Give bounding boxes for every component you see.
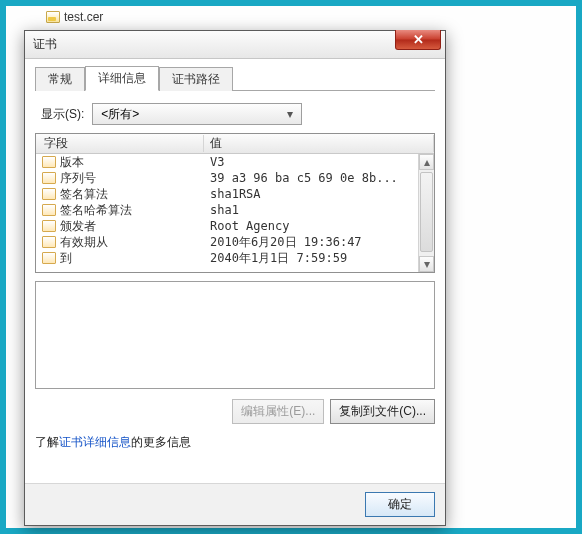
row-field: 序列号 bbox=[60, 170, 204, 187]
titlebar[interactable]: 证书 ✕ bbox=[25, 31, 445, 59]
row-field: 签名哈希算法 bbox=[60, 202, 204, 219]
table-row[interactable]: 序列号 39 a3 96 ba c5 69 0e 8b... bbox=[36, 170, 434, 186]
learnmore-link[interactable]: 证书详细信息 bbox=[59, 435, 131, 449]
row-field: 版本 bbox=[60, 154, 204, 171]
copy-to-file-button[interactable]: 复制到文件(C)... bbox=[330, 399, 435, 424]
learn-more-line: 了解证书详细信息的更多信息 bbox=[35, 434, 435, 451]
show-row: 显示(S): <所有> ▾ bbox=[41, 103, 435, 125]
row-value: 2040年1月1日 7:59:59 bbox=[204, 250, 434, 267]
row-field: 签名算法 bbox=[60, 186, 204, 203]
row-value: 39 a3 96 ba c5 69 0e 8b... bbox=[204, 171, 434, 185]
col-header-value[interactable]: 值 bbox=[204, 135, 434, 152]
scroll-down-button[interactable]: ▾ bbox=[419, 256, 434, 272]
show-label: 显示(S): bbox=[41, 106, 84, 123]
tab-details[interactable]: 详细信息 bbox=[85, 66, 159, 91]
chevron-up-icon: ▴ bbox=[424, 155, 430, 169]
show-select[interactable]: <所有> ▾ bbox=[92, 103, 302, 125]
dialog-body: 常规 详细信息 证书路径 显示(S): <所有> ▾ 字段 值 bbox=[25, 59, 445, 483]
property-icon bbox=[42, 220, 56, 232]
learnmore-prefix: 了解 bbox=[35, 435, 59, 449]
property-icon bbox=[42, 204, 56, 216]
fields-list: 字段 值 版本 V3 序列号 39 a3 96 ba c5 69 0e 8b..… bbox=[35, 133, 435, 273]
chevron-down-icon: ▾ bbox=[424, 257, 430, 271]
table-row[interactable]: 签名算法 sha1RSA bbox=[36, 186, 434, 202]
row-value: sha1 bbox=[204, 203, 434, 217]
close-button[interactable]: ✕ bbox=[395, 30, 441, 50]
ok-button[interactable]: 确定 bbox=[365, 492, 435, 517]
dialog-title: 证书 bbox=[33, 36, 57, 53]
list-header: 字段 值 bbox=[36, 134, 434, 154]
property-icon bbox=[42, 172, 56, 184]
close-icon: ✕ bbox=[413, 32, 424, 47]
show-select-value: <所有> bbox=[101, 106, 139, 123]
tab-general[interactable]: 常规 bbox=[35, 67, 85, 91]
table-row[interactable]: 颁发者 Root Agency bbox=[36, 218, 434, 234]
desktop-file-name: test.cer bbox=[64, 10, 103, 24]
list-body: 版本 V3 序列号 39 a3 96 ba c5 69 0e 8b... 签名算… bbox=[36, 154, 434, 272]
certificate-file-icon bbox=[46, 11, 60, 23]
table-row[interactable]: 版本 V3 bbox=[36, 154, 434, 170]
row-field: 有效期从 bbox=[60, 234, 204, 251]
table-row[interactable]: 有效期从 2010年6月20日 19:36:47 bbox=[36, 234, 434, 250]
table-row[interactable]: 到 2040年1月1日 7:59:59 bbox=[36, 250, 434, 266]
row-field: 到 bbox=[60, 250, 204, 267]
tab-certpath[interactable]: 证书路径 bbox=[159, 67, 233, 91]
certificate-dialog: 证书 ✕ 常规 详细信息 证书路径 显示(S): <所有> ▾ 字段 bbox=[24, 30, 446, 526]
detail-textbox[interactable] bbox=[35, 281, 435, 389]
row-value: V3 bbox=[204, 155, 434, 169]
table-row[interactable]: 签名哈希算法 sha1 bbox=[36, 202, 434, 218]
scroll-thumb[interactable] bbox=[420, 172, 433, 252]
scrollbar[interactable]: ▴ ▾ bbox=[418, 154, 434, 272]
col-header-field[interactable]: 字段 bbox=[36, 135, 204, 152]
learnmore-suffix: 的更多信息 bbox=[131, 435, 191, 449]
property-icon bbox=[42, 156, 56, 168]
property-icon bbox=[42, 188, 56, 200]
edit-properties-button: 编辑属性(E)... bbox=[232, 399, 324, 424]
scroll-up-button[interactable]: ▴ bbox=[419, 154, 434, 170]
row-field: 颁发者 bbox=[60, 218, 204, 235]
property-icon bbox=[42, 252, 56, 264]
tabstrip: 常规 详细信息 证书路径 bbox=[35, 67, 435, 91]
chevron-down-icon: ▾ bbox=[283, 107, 297, 121]
desktop-file[interactable]: test.cer bbox=[46, 10, 103, 24]
row-value: sha1RSA bbox=[204, 187, 434, 201]
dialog-footer: 确定 bbox=[25, 483, 445, 525]
property-icon bbox=[42, 236, 56, 248]
button-row: 编辑属性(E)... 复制到文件(C)... bbox=[35, 399, 435, 424]
row-value: Root Agency bbox=[204, 219, 434, 233]
row-value: 2010年6月20日 19:36:47 bbox=[204, 234, 434, 251]
